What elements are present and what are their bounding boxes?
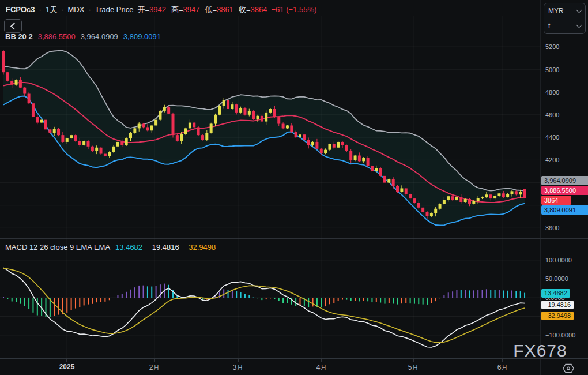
unit-dropdown[interactable]: t — [544, 18, 585, 33]
macd-tick-label: 50.0000 — [545, 275, 568, 282]
trading-chart-window: FCPOc3 · 1天 · MDX · Trade Price 开=3942高=… — [0, 0, 588, 375]
scale-settings-icon[interactable] — [563, 363, 574, 373]
time-tick-label: 4月 — [316, 363, 327, 373]
ohlc-segment: 开=3942 — [137, 5, 166, 15]
macd-tick-label: −100.0000 — [545, 332, 575, 339]
macd-indicator-legend[interactable]: MACD 12 26 close 9 EMA EMA 13.4682 −19.4… — [5, 243, 216, 252]
currency-dropdown[interactable]: MYR — [544, 3, 585, 18]
ohlc-segment: 高=3947 — [171, 5, 200, 15]
macd-badge: −32.9498 — [541, 312, 574, 320]
macd-badge: −19.4816 — [541, 301, 574, 309]
price-tick-label: 5000 — [545, 66, 559, 73]
time-tick-label: 3月 — [233, 363, 244, 373]
price-tick-label: 4800 — [545, 89, 559, 96]
change-label: −61 (−1.55%) — [272, 5, 317, 14]
price-badge: 3,809.0091 — [541, 205, 588, 215]
symbol-legend[interactable]: FCPOc3 · 1天 · MDX · Trade Price 开=3942高=… — [6, 5, 316, 15]
time-tick-label: 5月 — [408, 363, 419, 373]
exchange-label: MDX — [68, 5, 85, 14]
back-button[interactable] — [4, 19, 22, 33]
chevron-down-icon — [576, 22, 582, 28]
chevron-left-icon — [10, 22, 18, 30]
macd-label: MACD 12 26 close 9 EMA EMA — [5, 243, 110, 252]
macd-tick-label: 100.0000 — [545, 257, 572, 264]
price-badge: 3864 — [541, 196, 571, 205]
chevron-down-icon — [576, 7, 582, 13]
price-badge: 3,886.5500 — [541, 186, 588, 195]
bb-basis-value: 3,886.5500 — [38, 32, 76, 41]
macd-hist-value: 13.4682 — [115, 243, 142, 252]
price-badge: 3,964.0909 — [541, 176, 588, 185]
ohlc-values: 开=3942高=3947低=3861收=3864 — [137, 5, 267, 15]
series-type-label: Trade Price — [95, 5, 134, 14]
price-tick-label: 4200 — [545, 156, 559, 163]
bb-lower-value: 3,809.0091 — [123, 32, 161, 41]
price-tick-label: 3600 — [545, 224, 559, 231]
time-tick-label: 2025 — [59, 363, 75, 371]
macd-badge: 13.4682 — [541, 289, 570, 298]
scale-unit-group: MYR t — [544, 3, 586, 34]
price-tick-label: 4400 — [545, 134, 559, 141]
ohlc-segment: 收=3864 — [239, 5, 267, 15]
macd-line-value: −19.4816 — [148, 243, 179, 252]
interval-label[interactable]: 1天 — [46, 5, 57, 15]
time-tick-label: 2月 — [149, 363, 160, 373]
ohlc-segment: 低=3861 — [205, 5, 233, 15]
price-tick-label: 5200 — [545, 43, 559, 50]
symbol-title[interactable]: FCPOc3 — [6, 5, 35, 14]
bb-indicator-legend[interactable]: BB 20 2 3,886.5500 3,964.0909 3,809.0091 — [5, 32, 161, 41]
price-tick-label: 4600 — [545, 111, 559, 118]
bb-upper-value: 3,964.0909 — [81, 32, 118, 41]
chart-canvas[interactable] — [0, 0, 588, 375]
watermark: FX678 — [506, 341, 574, 361]
bb-label: BB 20 2 — [5, 32, 33, 41]
macd-signal-value: −32.9498 — [184, 243, 216, 252]
time-tick-label: 6月 — [497, 363, 508, 373]
